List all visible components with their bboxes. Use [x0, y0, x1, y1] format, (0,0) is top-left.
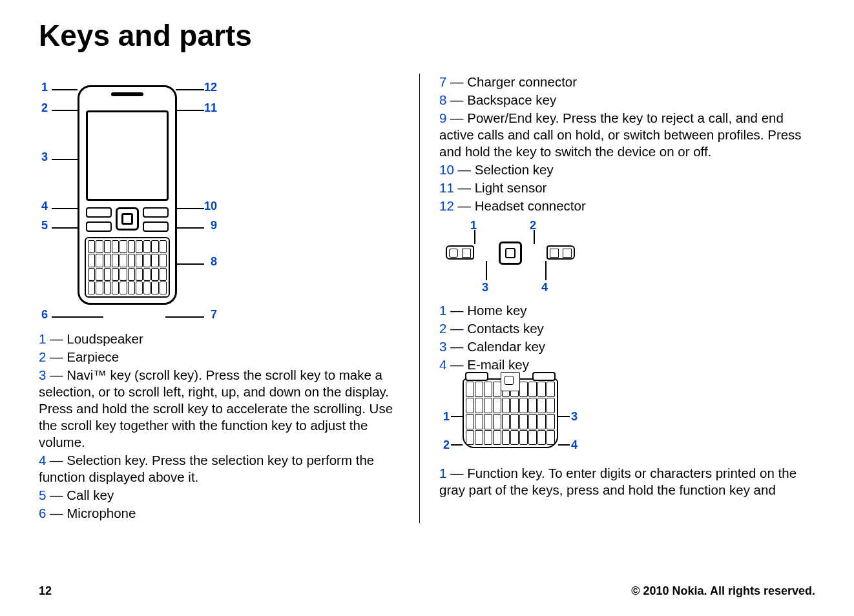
- diagram-label-9: 9: [211, 218, 217, 233]
- legend-item: 8 — Backspace key: [439, 92, 807, 108]
- legend-item: 4 — E-mail key: [439, 356, 807, 373]
- keyboard-body-illustration: [463, 378, 558, 448]
- diagram-label-1: 1: [41, 80, 48, 95]
- legend-item: 11 — Light sensor: [439, 180, 807, 196]
- kb-label-4: 4: [571, 438, 578, 453]
- phone-keyboard-illustration: [85, 237, 170, 298]
- diagram-label-6: 6: [41, 307, 48, 322]
- diagram-label-3: 3: [41, 150, 48, 165]
- legend-item: 1 — Function key. To enter digits or cha…: [439, 465, 807, 498]
- diagram-label-5: 5: [41, 218, 48, 233]
- diagram-label-12: 12: [204, 80, 217, 95]
- right-column: 7 — Charger connector 8 — Backspace key …: [420, 74, 807, 523]
- legend-item: 1 — Loudspeaker: [39, 331, 410, 347]
- phone-body-illustration: [78, 85, 177, 305]
- kb-label-1: 1: [443, 409, 450, 424]
- page-number: 12: [39, 584, 52, 598]
- keypad-diagram: 1 2 3 4: [439, 218, 581, 296]
- kp-label-2: 2: [530, 218, 536, 233]
- copyright-text: © 2010 Nokia. All rights reserved.: [631, 584, 815, 598]
- kb-label-2: 2: [443, 438, 450, 453]
- legend-item: 2 — Contacts key: [439, 320, 807, 337]
- diagram-label-8: 8: [211, 254, 217, 269]
- kp-label-4: 4: [541, 280, 548, 295]
- diagram-label-11: 11: [204, 101, 217, 116]
- kp-label-3: 3: [482, 280, 488, 295]
- left-column: 1 2 3 4 5 6 12 11 10 9 8 7 1 — Loudspeak…: [39, 74, 420, 523]
- kb-label-3: 3: [571, 409, 578, 424]
- phone-legend-list: 1 — Loudspeaker 2 — Earpiece 3 — Navi™ k…: [39, 331, 410, 522]
- legend-item: 2 — Earpiece: [39, 349, 410, 365]
- right-legend-list: 7 — Charger connector 8 — Backspace key …: [439, 74, 807, 214]
- keyboard-diagram: 1 2 3 4: [439, 376, 581, 460]
- kp-label-1: 1: [470, 218, 477, 233]
- diagram-label-10: 10: [204, 199, 217, 214]
- legend-item: 5 — Call key: [39, 487, 410, 504]
- legend-item: 3 — Navi™ key (scroll key). Press the sc…: [39, 367, 410, 451]
- legend-item: 9 — Power/End key. Press the key to reje…: [439, 110, 807, 160]
- legend-item: 6 — Microphone: [39, 505, 410, 522]
- diagram-label-4: 4: [41, 199, 48, 214]
- legend-item: 4 — Selection key. Press the selection k…: [39, 452, 410, 486]
- content-columns: 1 2 3 4 5 6 12 11 10 9 8 7 1 — Loudspeak…: [39, 74, 815, 523]
- legend-item: 12 — Headset connector: [439, 198, 807, 214]
- legend-item: 10 — Selection key: [439, 161, 807, 178]
- legend-item: 7 — Charger connector: [439, 74, 807, 90]
- legend-item: 1 — Home key: [439, 302, 807, 319]
- keyboard-legend-list: 1 — Function key. To enter digits or cha…: [439, 465, 807, 498]
- page-footer: 12 © 2010 Nokia. All rights reserved.: [39, 584, 815, 598]
- diagram-label-7: 7: [211, 307, 217, 322]
- page-title: Keys and parts: [39, 18, 815, 53]
- legend-item: 3 — Calendar key: [439, 338, 807, 355]
- diagram-label-2: 2: [41, 101, 48, 116]
- keypad-legend-list: 1 — Home key 2 — Contacts key 3 — Calend…: [439, 302, 807, 373]
- phone-diagram: 1 2 3 4 5 6 12 11 10 9 8 7: [39, 74, 220, 319]
